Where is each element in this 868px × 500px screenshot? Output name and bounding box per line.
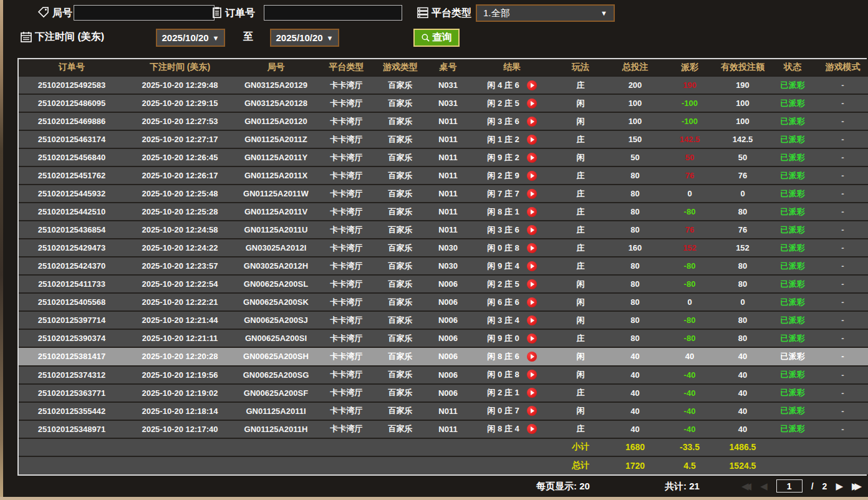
last-page-icon[interactable]: ▶▶	[852, 480, 862, 493]
table-row[interactable]: 2510201254860952025-10-20 12:29:15GN0312…	[19, 94, 868, 112]
round-number-input[interactable]	[74, 5, 215, 21]
query-button[interactable]: 查询	[413, 29, 460, 47]
first-page-icon[interactable]: ◀◀	[741, 480, 751, 493]
play-icon[interactable]	[527, 334, 537, 344]
play-icon[interactable]	[527, 297, 537, 307]
play-icon[interactable]	[527, 171, 537, 181]
table-row[interactable]: 2510201254117332025-10-20 12:22:54GN0062…	[19, 275, 868, 293]
table-cell: -	[817, 347, 868, 365]
table-row[interactable]: 2510201253814172025-10-20 12:20:28GN0062…	[19, 347, 868, 365]
table-cell: 50	[662, 148, 718, 166]
play-icon[interactable]	[527, 370, 537, 380]
table-row[interactable]: 2510201253977142025-10-20 12:21:44GN0062…	[19, 311, 868, 329]
table-cell: 2025-10-20 12:21:11	[125, 329, 235, 347]
table-row[interactable]: 2510201254055682025-10-20 12:22:21GN0062…	[19, 293, 868, 311]
server-icon	[417, 6, 429, 19]
column-header: 结果	[471, 59, 552, 76]
table-row[interactable]: 2510201254925832025-10-20 12:29:48GN0312…	[19, 76, 868, 94]
table-row[interactable]: 2510201254568402025-10-20 12:26:45GN0112…	[19, 148, 868, 166]
page-number-input[interactable]	[776, 479, 803, 493]
play-icon[interactable]	[527, 315, 537, 325]
table-row[interactable]: 2510201254368542025-10-20 12:24:58GN0112…	[19, 221, 868, 239]
table-row[interactable]: 2510201254517622025-10-20 12:26:17GN0112…	[19, 166, 868, 185]
play-icon[interactable]	[527, 99, 537, 108]
play-icon[interactable]	[527, 261, 537, 271]
prev-page-icon[interactable]: ◀	[760, 480, 768, 493]
table-cell: 庄	[552, 420, 609, 438]
table-cell: 2025-10-20 12:21:44	[125, 311, 235, 329]
column-header: 下注时间 (美东)	[125, 59, 235, 76]
order-number-input[interactable]	[264, 5, 402, 21]
table-cell: -33.5	[662, 438, 718, 456]
table-cell: 2025-10-20 12:25:28	[125, 203, 235, 221]
table-cell: 2025-10-20 12:24:58	[125, 221, 235, 239]
table-cell: 已派彩	[768, 420, 817, 438]
table-row[interactable]: 2510201254698862025-10-20 12:27:53GN0112…	[19, 112, 868, 130]
table-row[interactable]: 2510201253489712025-10-20 12:17:40GN0112…	[19, 420, 868, 438]
table-row[interactable]: 2510201254243702025-10-20 12:23:57GN0302…	[19, 257, 868, 275]
table-cell: N006	[425, 275, 471, 293]
table-cell: 卡卡湾厅	[317, 275, 376, 293]
per-page-label: 每页显示: 20	[536, 481, 590, 493]
table-cell: 已派彩	[768, 347, 817, 365]
table-cell: 2025-10-20 12:27:53	[125, 112, 235, 130]
table-cell: -	[817, 293, 868, 311]
table-cell: 40	[609, 384, 662, 402]
result-text: 闲 9 庄 0	[487, 333, 519, 344]
order-filter-label: 订单号	[225, 7, 255, 20]
date-from-picker[interactable]: 2025/10/20 ▼	[156, 29, 225, 47]
table-cell: 百家乐	[376, 221, 425, 239]
table-row[interactable]: 2510201254294732025-10-20 12:24:22GN0302…	[19, 239, 868, 257]
table-cell: 251020125436854	[19, 221, 125, 239]
table-cell: 251020125390374	[19, 329, 125, 347]
table-row[interactable]: 2510201254425102025-10-20 12:25:28GN0112…	[19, 203, 868, 221]
table-cell: 庄	[552, 203, 609, 221]
play-icon[interactable]	[527, 406, 537, 416]
bet-time-filter-label: 下注时间 (美东)	[35, 31, 104, 44]
table-cell: 百家乐	[376, 311, 425, 329]
table-cell: 251020125397714	[19, 311, 125, 329]
play-icon[interactable]	[527, 424, 537, 434]
table-cell: 卡卡湾厅	[317, 94, 376, 112]
play-icon[interactable]	[527, 207, 537, 217]
date-to-picker[interactable]: 2025/10/20 ▼	[270, 29, 339, 47]
table-row[interactable]: 2510201253743122025-10-20 12:19:56GN0062…	[19, 366, 868, 384]
play-icon[interactable]	[527, 80, 537, 90]
table-cell: N011	[425, 130, 471, 148]
table-cell: 40	[718, 366, 768, 384]
play-icon[interactable]	[527, 189, 537, 199]
play-icon[interactable]	[527, 225, 537, 235]
table-cell: 百家乐	[376, 347, 425, 365]
play-icon[interactable]	[527, 117, 537, 127]
next-page-icon[interactable]: ▶	[836, 480, 843, 493]
play-icon[interactable]	[527, 135, 537, 145]
table-row[interactable]: 2510201253637712025-10-20 12:19:02GN0062…	[19, 384, 868, 402]
table-row[interactable]: 2510201254631742025-10-20 12:27:17GN0112…	[19, 130, 868, 148]
play-icon[interactable]	[527, 279, 537, 289]
play-icon[interactable]	[527, 243, 537, 253]
table-cell: 2025-10-20 12:29:15	[125, 94, 235, 112]
table-cell: -80	[662, 203, 718, 221]
table-cell: GN00625A200SF	[235, 384, 317, 402]
platform-type-select[interactable]: 1.全部 ▼	[476, 4, 615, 22]
table-cell: N031	[425, 94, 471, 112]
table-cell: 庄	[552, 130, 609, 148]
table-cell: GN00625A200SJ	[235, 311, 317, 329]
table-row[interactable]: 2510201253554422025-10-20 12:18:14GN0112…	[19, 402, 868, 420]
table-cell: 40	[609, 366, 662, 384]
table-cell: 百家乐	[376, 257, 425, 275]
table-cell	[768, 456, 868, 474]
table-cell: 0	[662, 185, 718, 203]
play-icon[interactable]	[527, 153, 537, 163]
play-icon[interactable]	[527, 352, 537, 362]
window-edge-left	[0, 0, 3, 500]
table-row[interactable]: 2510201253903742025-10-20 12:21:11GN0062…	[19, 329, 868, 347]
play-icon[interactable]	[527, 388, 537, 398]
table-cell: 251020125374312	[19, 366, 125, 384]
table-cell: 142.5	[718, 130, 768, 148]
table-row[interactable]: 2510201254459322025-10-20 12:25:48GN0112…	[19, 185, 868, 203]
column-header: 局号	[235, 59, 317, 76]
result-text: 闲 3 庄 4	[487, 315, 519, 326]
result-text: 闲 3 庄 6	[487, 116, 519, 127]
table-cell: 百家乐	[376, 329, 425, 347]
